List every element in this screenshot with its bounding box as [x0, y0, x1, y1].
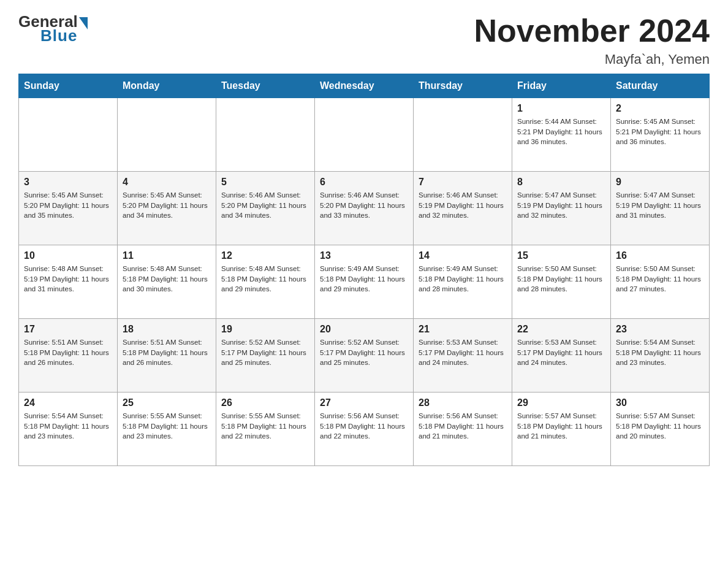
day-info: Sunrise: 5:57 AM Sunset: 5:18 PM Dayligh…	[616, 411, 704, 442]
day-number: 30	[616, 397, 704, 408]
col-wednesday: Wednesday	[315, 74, 414, 98]
day-info: Sunrise: 5:48 AM Sunset: 5:19 PM Dayligh…	[24, 264, 112, 294]
day-info: Sunrise: 5:54 AM Sunset: 5:18 PM Dayligh…	[24, 411, 112, 442]
calendar-cell: 20Sunrise: 5:52 AM Sunset: 5:17 PM Dayli…	[315, 319, 414, 393]
day-number: 22	[517, 324, 605, 335]
day-number: 20	[320, 324, 408, 335]
day-number: 24	[24, 397, 112, 408]
day-number: 2	[616, 103, 704, 114]
day-number: 26	[221, 397, 309, 408]
day-info: Sunrise: 5:56 AM Sunset: 5:18 PM Dayligh…	[320, 411, 408, 442]
day-number: 23	[616, 324, 704, 335]
day-info: Sunrise: 5:57 AM Sunset: 5:18 PM Dayligh…	[517, 411, 605, 442]
col-monday: Monday	[118, 74, 216, 98]
calendar-week-row: 17Sunrise: 5:51 AM Sunset: 5:18 PM Dayli…	[19, 319, 710, 393]
location-title: Mayfa`ah, Yemen	[474, 52, 710, 67]
col-saturday: Saturday	[611, 74, 710, 98]
day-number: 13	[320, 250, 408, 261]
day-info: Sunrise: 5:47 AM Sunset: 5:19 PM Dayligh…	[616, 190, 704, 221]
calendar-cell: 26Sunrise: 5:55 AM Sunset: 5:18 PM Dayli…	[216, 393, 315, 466]
calendar-cell	[216, 98, 315, 172]
calendar-cell: 16Sunrise: 5:50 AM Sunset: 5:18 PM Dayli…	[611, 245, 710, 319]
logo: General Blue	[18, 12, 88, 45]
calendar-cell: 17Sunrise: 5:51 AM Sunset: 5:18 PM Dayli…	[19, 319, 118, 393]
col-friday: Friday	[512, 74, 611, 98]
day-number: 27	[320, 397, 408, 408]
day-info: Sunrise: 5:51 AM Sunset: 5:18 PM Dayligh…	[24, 337, 112, 368]
calendar-cell: 29Sunrise: 5:57 AM Sunset: 5:18 PM Dayli…	[512, 393, 611, 466]
calendar-week-row: 10Sunrise: 5:48 AM Sunset: 5:19 PM Dayli…	[19, 245, 710, 319]
day-number: 16	[616, 250, 704, 261]
day-info: Sunrise: 5:47 AM Sunset: 5:19 PM Dayligh…	[517, 190, 605, 221]
calendar-cell: 19Sunrise: 5:52 AM Sunset: 5:17 PM Dayli…	[216, 319, 315, 393]
calendar-cell: 28Sunrise: 5:56 AM Sunset: 5:18 PM Dayli…	[414, 393, 512, 466]
calendar-week-row: 1Sunrise: 5:44 AM Sunset: 5:21 PM Daylig…	[19, 98, 710, 172]
calendar-cell: 24Sunrise: 5:54 AM Sunset: 5:18 PM Dayli…	[19, 393, 118, 466]
calendar-cell: 14Sunrise: 5:49 AM Sunset: 5:18 PM Dayli…	[414, 245, 512, 319]
day-number: 12	[221, 250, 309, 261]
calendar-cell: 2Sunrise: 5:45 AM Sunset: 5:21 PM Daylig…	[611, 98, 710, 172]
calendar-cell: 23Sunrise: 5:54 AM Sunset: 5:18 PM Dayli…	[611, 319, 710, 393]
calendar-week-row: 24Sunrise: 5:54 AM Sunset: 5:18 PM Dayli…	[19, 393, 710, 466]
calendar-cell	[118, 98, 216, 172]
day-number: 4	[123, 177, 211, 188]
day-info: Sunrise: 5:46 AM Sunset: 5:19 PM Dayligh…	[419, 190, 507, 221]
calendar-cell: 15Sunrise: 5:50 AM Sunset: 5:18 PM Dayli…	[512, 245, 611, 319]
calendar-cell: 7Sunrise: 5:46 AM Sunset: 5:19 PM Daylig…	[414, 172, 512, 245]
calendar-cell	[19, 98, 118, 172]
day-number: 17	[24, 324, 112, 335]
day-number: 29	[517, 397, 605, 408]
calendar-cell	[414, 98, 512, 172]
day-info: Sunrise: 5:50 AM Sunset: 5:18 PM Dayligh…	[517, 264, 605, 294]
day-info: Sunrise: 5:45 AM Sunset: 5:20 PM Dayligh…	[24, 190, 112, 221]
day-number: 9	[616, 177, 704, 188]
day-info: Sunrise: 5:56 AM Sunset: 5:18 PM Dayligh…	[419, 411, 507, 442]
calendar-cell: 12Sunrise: 5:48 AM Sunset: 5:18 PM Dayli…	[216, 245, 315, 319]
calendar-cell: 25Sunrise: 5:55 AM Sunset: 5:18 PM Dayli…	[118, 393, 216, 466]
calendar-cell	[315, 98, 414, 172]
logo-blue-text: Blue	[40, 26, 77, 45]
calendar-cell: 8Sunrise: 5:47 AM Sunset: 5:19 PM Daylig…	[512, 172, 611, 245]
calendar-table: Sunday Monday Tuesday Wednesday Thursday…	[18, 74, 710, 466]
day-info: Sunrise: 5:53 AM Sunset: 5:17 PM Dayligh…	[419, 337, 507, 368]
day-number: 6	[320, 177, 408, 188]
calendar-cell: 18Sunrise: 5:51 AM Sunset: 5:18 PM Dayli…	[118, 319, 216, 393]
day-info: Sunrise: 5:52 AM Sunset: 5:17 PM Dayligh…	[320, 337, 408, 368]
day-info: Sunrise: 5:49 AM Sunset: 5:18 PM Dayligh…	[419, 264, 507, 294]
calendar-cell: 4Sunrise: 5:45 AM Sunset: 5:20 PM Daylig…	[118, 172, 216, 245]
day-number: 10	[24, 250, 112, 261]
calendar-cell: 21Sunrise: 5:53 AM Sunset: 5:17 PM Dayli…	[414, 319, 512, 393]
day-info: Sunrise: 5:48 AM Sunset: 5:18 PM Dayligh…	[221, 264, 309, 294]
day-info: Sunrise: 5:51 AM Sunset: 5:18 PM Dayligh…	[123, 337, 211, 368]
day-number: 1	[517, 103, 605, 114]
day-number: 28	[419, 397, 507, 408]
calendar-cell: 9Sunrise: 5:47 AM Sunset: 5:19 PM Daylig…	[611, 172, 710, 245]
day-number: 21	[419, 324, 507, 335]
day-info: Sunrise: 5:48 AM Sunset: 5:18 PM Dayligh…	[123, 264, 211, 294]
calendar-week-row: 3Sunrise: 5:45 AM Sunset: 5:20 PM Daylig…	[19, 172, 710, 245]
day-info: Sunrise: 5:55 AM Sunset: 5:18 PM Dayligh…	[221, 411, 309, 442]
day-info: Sunrise: 5:45 AM Sunset: 5:20 PM Dayligh…	[123, 190, 211, 221]
day-number: 3	[24, 177, 112, 188]
day-info: Sunrise: 5:52 AM Sunset: 5:17 PM Dayligh…	[221, 337, 309, 368]
month-title: November 2024	[474, 12, 710, 49]
day-info: Sunrise: 5:54 AM Sunset: 5:18 PM Dayligh…	[616, 337, 704, 368]
day-info: Sunrise: 5:55 AM Sunset: 5:18 PM Dayligh…	[123, 411, 211, 442]
calendar-cell: 6Sunrise: 5:46 AM Sunset: 5:20 PM Daylig…	[315, 172, 414, 245]
col-thursday: Thursday	[414, 74, 512, 98]
calendar-header-row: Sunday Monday Tuesday Wednesday Thursday…	[19, 74, 710, 98]
calendar-cell: 1Sunrise: 5:44 AM Sunset: 5:21 PM Daylig…	[512, 98, 611, 172]
day-number: 11	[123, 250, 211, 261]
day-info: Sunrise: 5:46 AM Sunset: 5:20 PM Dayligh…	[221, 190, 309, 221]
day-number: 19	[221, 324, 309, 335]
day-info: Sunrise: 5:53 AM Sunset: 5:17 PM Dayligh…	[517, 337, 605, 368]
calendar-cell: 11Sunrise: 5:48 AM Sunset: 5:18 PM Dayli…	[118, 245, 216, 319]
day-info: Sunrise: 5:49 AM Sunset: 5:18 PM Dayligh…	[320, 264, 408, 294]
calendar-cell: 27Sunrise: 5:56 AM Sunset: 5:18 PM Dayli…	[315, 393, 414, 466]
logo-arrow-icon	[79, 17, 88, 29]
calendar-cell: 22Sunrise: 5:53 AM Sunset: 5:17 PM Dayli…	[512, 319, 611, 393]
calendar-cell: 5Sunrise: 5:46 AM Sunset: 5:20 PM Daylig…	[216, 172, 315, 245]
calendar-cell: 13Sunrise: 5:49 AM Sunset: 5:18 PM Dayli…	[315, 245, 414, 319]
day-number: 14	[419, 250, 507, 261]
col-tuesday: Tuesday	[216, 74, 315, 98]
